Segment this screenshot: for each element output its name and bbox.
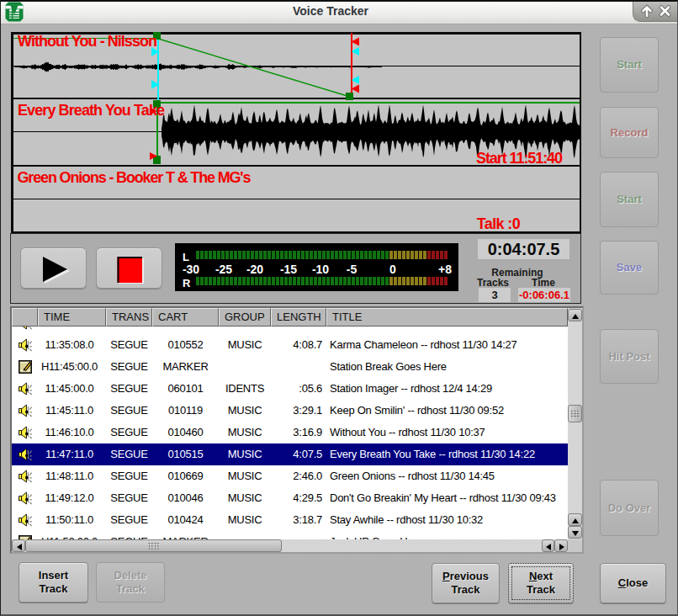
svg-text:Start 11:51:40: Start 11:51:40 — [476, 150, 563, 167]
svg-text:Talk :0: Talk :0 — [477, 215, 521, 232]
svg-text:Without You - Nilsson: Without You - Nilsson — [18, 33, 157, 50]
svg-text:Every Breath You Take: Every Breath You Take — [18, 102, 165, 119]
svg-text:Green Onions - Booker T & The: Green Onions - Booker T & The MG's — [18, 169, 252, 186]
